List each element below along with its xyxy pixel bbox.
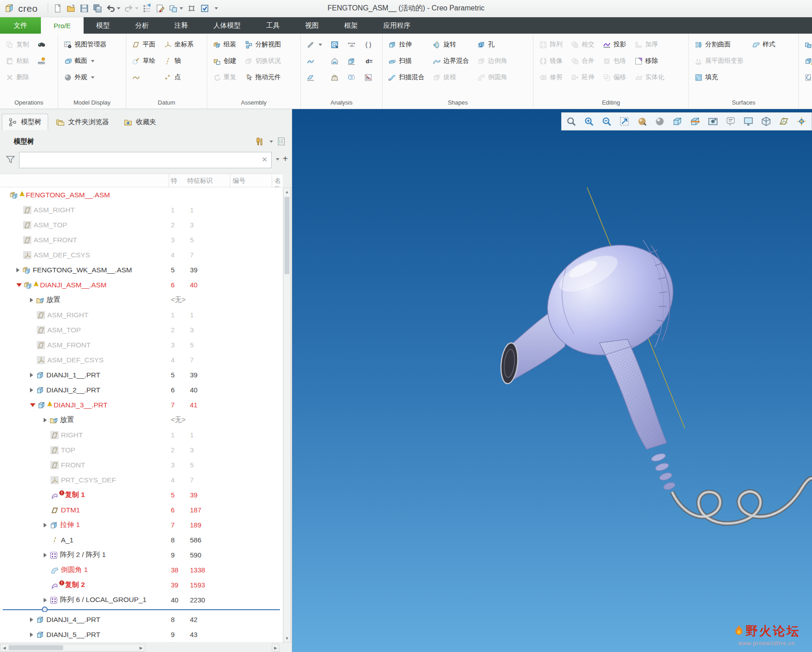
- ribbon-item-remove[interactable]: 移除: [633, 53, 666, 69]
- tree-horizontal-scrollbar[interactable]: ◀ ▶: [0, 644, 145, 652]
- tree-row[interactable]: 拉伸 17189: [0, 517, 283, 532]
- tree-row[interactable]: DIANJI_1__.PRT539: [0, 367, 283, 382]
- expand-arrow-icon[interactable]: [30, 373, 33, 377]
- undo-dropdown-caret[interactable]: [117, 7, 120, 10]
- tree-vertical-scrollbar[interactable]: ▲ ▼: [283, 187, 291, 642]
- ribbon-item-csys[interactable]: 坐标系: [162, 36, 195, 53]
- tab-模型[interactable]: 模型: [84, 17, 123, 34]
- ribbon-item-import-data[interactable]: 写: [802, 69, 812, 85]
- tab-注释[interactable]: 注释: [162, 17, 201, 34]
- filter-caret[interactable]: [276, 158, 279, 160]
- tree-row[interactable]: ASM_DEF_CSYS47: [0, 352, 283, 367]
- expand-arrow-icon[interactable]: [44, 553, 47, 557]
- tree-row[interactable]: 阵列 2 / 阵列 19590: [0, 547, 283, 562]
- filter-clear-icon[interactable]: ✕: [262, 155, 268, 164]
- expand-arrow-icon[interactable]: [44, 523, 47, 527]
- ribbon-item-sketch[interactable]: 草绘: [130, 53, 157, 69]
- select-box-button[interactable]: [199, 2, 211, 15]
- ribbon-item-sweep[interactable]: 扫描: [386, 53, 426, 69]
- ribbon-item-point[interactable]: 点: [162, 69, 195, 85]
- tree-row[interactable]: ASM_DEF_CSYS47: [0, 247, 283, 262]
- expand-arrow-icon[interactable]: [30, 388, 33, 392]
- measure-tools-dropdown-caret[interactable]: [319, 44, 322, 46]
- tree-row[interactable]: ASM_TOP23: [0, 217, 283, 232]
- datum-display-button[interactable]: [778, 115, 790, 127]
- redo-button[interactable]: [123, 2, 140, 15]
- annotation-display-button[interactable]: [725, 115, 737, 127]
- vertical-scroll-thumb[interactable]: [284, 197, 289, 274]
- tree-row[interactable]: DIANJI_5__.PRT943: [0, 627, 283, 642]
- refit-button[interactable]: [618, 115, 630, 127]
- expand-arrow-icon[interactable]: [44, 598, 47, 602]
- column-header-feat[interactable]: 特: [171, 177, 177, 185]
- ribbon-item-swept-blend[interactable]: 扫描混合: [386, 69, 426, 85]
- expand-arrow-icon[interactable]: [30, 298, 33, 302]
- tree-row[interactable]: PRT_CSYS_DEF47: [0, 472, 283, 487]
- column-header-feat-id[interactable]: 特征标识: [187, 177, 213, 185]
- tree-row[interactable]: ASM_RIGHT11: [0, 307, 283, 322]
- collapse-arrow-icon[interactable]: [16, 283, 22, 287]
- zoom-out-button[interactable]: [601, 115, 613, 127]
- tree-row[interactable]: ASM_FRONT35: [0, 337, 283, 352]
- ribbon-item-measure[interactable]: [35, 53, 48, 69]
- tree-row[interactable]: FENGTONG_WK_ASM__.ASM539: [0, 262, 283, 277]
- new-file-button[interactable]: [52, 2, 64, 15]
- switch-window-dropdown-caret[interactable]: [179, 7, 183, 10]
- tree-row[interactable]: DIANJI_3__.PRT741: [0, 397, 283, 412]
- tree-row[interactable]: 复制 1539: [0, 487, 283, 502]
- tree-row[interactable]: 放置<无>: [0, 412, 283, 427]
- repaint-button[interactable]: [636, 115, 648, 127]
- ribbon-item-find[interactable]: [35, 36, 48, 53]
- ribbon-item-brackets[interactable]: ( ): [362, 36, 374, 53]
- panel-tab-folder-browser[interactable]: 文件夹浏览器: [49, 114, 116, 130]
- tab-应用程序[interactable]: 应用程序: [371, 17, 423, 34]
- ribbon-item-publish-geometry[interactable]: 发: [802, 53, 812, 69]
- ribbon-item-project[interactable]: 投影: [601, 36, 628, 53]
- ribbon-item-style[interactable]: 样式: [750, 36, 777, 53]
- tab-视图[interactable]: 视图: [293, 17, 332, 34]
- tree-settings-icon[interactable]: [255, 137, 264, 146]
- bottom-pane-scroll-right-arrow[interactable]: ▶: [272, 644, 279, 652]
- filter-icon[interactable]: [5, 155, 15, 165]
- scroll-right-arrow[interactable]: ▶: [138, 644, 144, 651]
- ribbon-item-dimension-d1[interactable]: -d1-: [345, 36, 358, 53]
- graphics-viewport[interactable]: 野火论坛 www.proewildfire.cn: [292, 109, 812, 652]
- scroll-down-arrow[interactable]: ▼: [284, 635, 290, 642]
- ribbon-item-fill[interactable]: 填充: [692, 69, 745, 85]
- ribbon-item-saved-analysis[interactable]: [329, 53, 341, 69]
- ribbon-item-axis[interactable]: 轴: [162, 53, 195, 69]
- ribbon-item-copy-geometry[interactable]: 复: [802, 36, 812, 53]
- ribbon-item-extrude[interactable]: 拉伸: [386, 36, 426, 53]
- tab-人体模型[interactable]: 人体模型: [201, 17, 254, 34]
- tree-row[interactable]: 倒圆角 1381338: [0, 562, 283, 577]
- panel-tab-model-tree[interactable]: 模型树: [2, 114, 48, 130]
- ribbon-item-curve[interactable]: [130, 69, 157, 85]
- ribbon-item-divide-surface[interactable]: 分割曲面: [692, 36, 745, 53]
- tree-row[interactable]: DIANJI_4__.PRT842: [0, 612, 283, 627]
- ribbon-item-section-analysis[interactable]: [304, 69, 324, 85]
- section-view-button[interactable]: [689, 115, 701, 127]
- tree-row[interactable]: 放置<无>: [0, 292, 283, 307]
- customize-toolbar-dropdown-caret[interactable]: [214, 7, 218, 10]
- render-style-button[interactable]: [654, 115, 666, 127]
- ribbon-item-inspect-geometry[interactable]: [329, 36, 341, 53]
- tree-row[interactable]: ASM_TOP23: [0, 322, 283, 337]
- tab-Pro/E[interactable]: Pro/E: [41, 17, 84, 34]
- tree-row[interactable]: FRONT35: [0, 457, 283, 472]
- ribbon-item-revolve[interactable]: 旋转: [431, 36, 471, 53]
- tree-row[interactable]: A_18586: [0, 532, 283, 547]
- panel-tab-favorites[interactable]: 收藏夹: [117, 114, 163, 130]
- expand-arrow-icon[interactable]: [44, 418, 47, 422]
- tree-row[interactable]: RIGHT11: [0, 427, 283, 442]
- ribbon-item-clearance[interactable]: [345, 69, 358, 85]
- spin-center-button[interactable]: [796, 115, 807, 127]
- filter-add-button[interactable]: +: [283, 154, 288, 164]
- tree-show-list-icon[interactable]: [277, 137, 286, 146]
- tree-row[interactable]: DIANJI_ASM__.ASM640: [0, 277, 283, 292]
- ribbon-item-measure-tools[interactable]: [304, 36, 324, 53]
- ribbon-item-fx-params[interactable]: fx: [362, 69, 374, 85]
- tree-row[interactable]: DIANJI_2__.PRT640: [0, 382, 283, 397]
- tree-row[interactable]: ASM_FRONT35: [0, 232, 283, 247]
- expand-arrow-icon[interactable]: [30, 632, 33, 637]
- tab-框架[interactable]: 框架: [332, 17, 371, 34]
